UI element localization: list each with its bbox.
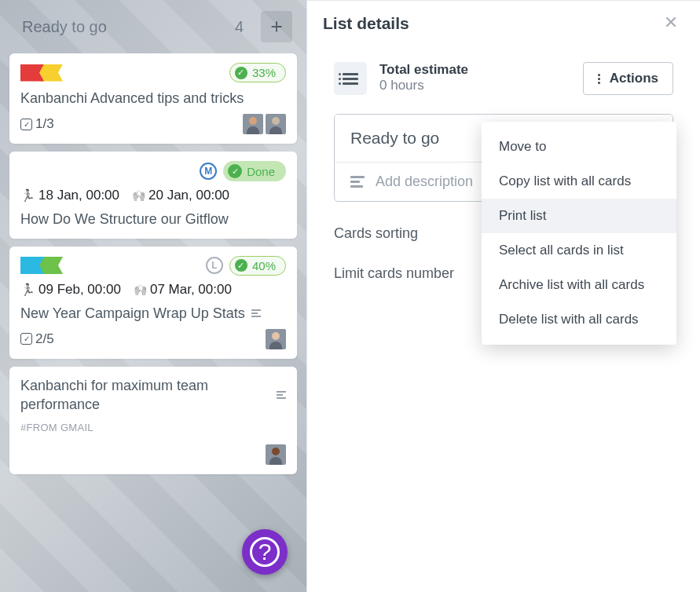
avatar [266, 114, 286, 134]
card-dates: 18 Jan, 00:00 20 Jan, 00:00 [20, 188, 286, 203]
card-assignees [243, 114, 286, 134]
description-icon [277, 391, 286, 399]
card-title: New Year Campaign Wrap Up Stats [20, 304, 245, 323]
estimate-label: Total estimate [379, 62, 468, 78]
column-header: Ready to go 4 [9, 0, 297, 53]
card[interactable]: ✓ 33% Kanbanchi Advanced tips and tricks… [9, 53, 297, 144]
help-button[interactable]: ? [242, 529, 288, 575]
menu-item-move-to[interactable]: Move to [482, 130, 676, 164]
estimate-icon [334, 62, 367, 95]
progress-percent: 40% [252, 259, 276, 272]
check-icon: ✓ [235, 67, 247, 79]
close-icon [663, 14, 679, 30]
progress-chip: ✓ 40% [229, 256, 286, 276]
card[interactable]: Kanbanchi for maximum team performance #… [9, 367, 297, 475]
checklist-count: ✓ 1/3 [20, 116, 54, 132]
milestone-icon: M [200, 163, 217, 180]
card-assignees [266, 444, 286, 465]
kebab-icon [598, 74, 600, 84]
menu-item-select-all[interactable]: Select all cards in list [482, 233, 676, 268]
menu-item-copy-list[interactable]: Copy list with all cards [482, 164, 676, 199]
estimate-value: 0 hours [379, 78, 468, 93]
column-card-count: 4 [235, 18, 244, 36]
list-column: Ready to go 4 ✓ 33% Kanbanchi Advan [0, 0, 306, 592]
end-date-icon [134, 282, 147, 298]
end-date-icon [132, 188, 145, 203]
card-labels [20, 257, 63, 274]
card-tag: #FROM GMAIL [20, 422, 286, 433]
card[interactable]: M ✓ Done 18 Jan, 00:00 20 Jan, 00:00 How… [9, 152, 297, 238]
card-title: Kanbanchi for maximum team performance [20, 376, 270, 415]
card-labels [20, 64, 63, 82]
card-title: How Do We Structure our Gitflow [20, 210, 286, 228]
start-date-icon [20, 282, 35, 298]
check-icon: ✓ [235, 259, 247, 272]
progress-chip: ✓ 33% [229, 63, 286, 82]
done-chip: ✓ Done [223, 161, 286, 181]
list-details-panel: List details Total estimate 0 hours Acti… [306, 0, 700, 592]
avatar [266, 444, 286, 465]
avatar [266, 329, 286, 349]
card-dates: 09 Feb, 00:00 07 Mar, 00:00 [20, 282, 286, 298]
menu-item-print-list[interactable]: Print list [482, 199, 676, 233]
question-icon: ? [250, 537, 280, 567]
align-left-icon [350, 176, 365, 188]
progress-percent: 33% [252, 66, 276, 79]
checklist-icon: ✓ [20, 119, 32, 130]
label-green [39, 257, 63, 274]
card-assignees [266, 329, 286, 349]
actions-button[interactable]: Actions [583, 62, 673, 95]
clock-icon: L [206, 257, 223, 274]
card-title: Kanbanchi Advanced tips and tricks [20, 89, 286, 108]
plus-icon [268, 18, 285, 35]
menu-item-delete-list[interactable]: Delete list with all cards [482, 302, 676, 337]
close-button[interactable] [658, 10, 684, 37]
start-date-icon [20, 188, 35, 203]
avatar [243, 114, 263, 134]
description-icon [251, 309, 261, 317]
panel-title: List details [323, 14, 409, 33]
add-card-button[interactable] [261, 11, 292, 42]
column-title[interactable]: Ready to go [22, 18, 107, 36]
label-yellow [39, 64, 63, 82]
actions-menu: Move to Copy list with all cards Print l… [482, 122, 676, 345]
check-icon: ✓ [228, 164, 242, 178]
checklist-count: ✓ 2/5 [20, 331, 54, 347]
done-label: Done [247, 165, 275, 178]
card[interactable]: L ✓ 40% 09 Feb, 00:00 07 Mar, 00:00 New … [9, 247, 297, 359]
checklist-icon: ✓ [20, 333, 32, 345]
actions-label: Actions [610, 71, 658, 86]
description-placeholder: Add description [376, 174, 473, 190]
menu-item-archive-list[interactable]: Archive list with all cards [482, 268, 676, 302]
